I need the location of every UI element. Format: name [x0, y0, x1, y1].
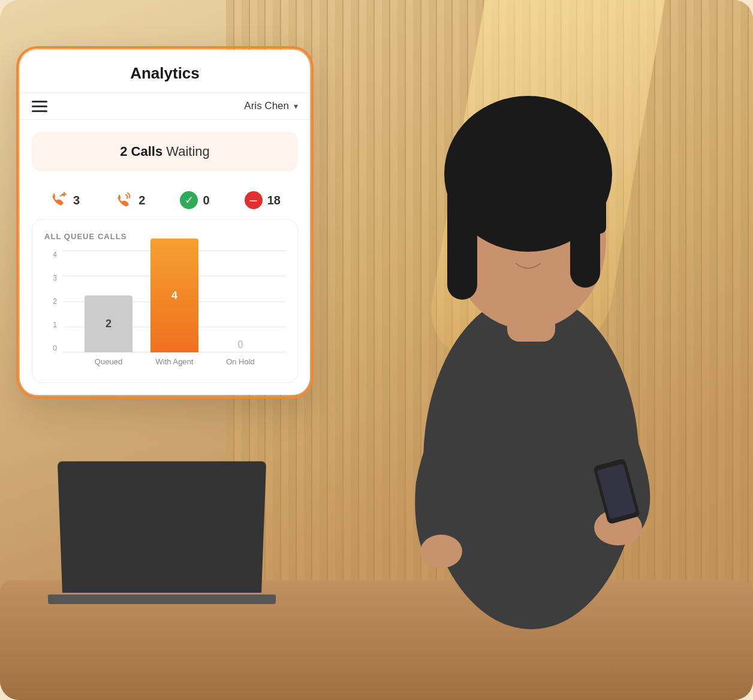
y-label-3: 3 [53, 274, 59, 282]
hamburger-menu-button[interactable] [32, 101, 47, 112]
laptop-screen [58, 461, 266, 593]
active-calls-count: 3 [73, 194, 80, 207]
phone-active-icon [49, 191, 68, 210]
stat-active-calls: 3 [49, 191, 80, 210]
y-label-2: 2 [53, 297, 59, 306]
bar-on-hold-group: 0 [213, 339, 267, 352]
x-label-with-agent: With Agent [147, 354, 201, 370]
bar-with-agent: 4 [150, 239, 198, 352]
stat-missed: – 18 [245, 191, 281, 209]
hamburger-line-1 [32, 101, 47, 102]
calls-waiting-banner: 2 Calls Waiting [32, 132, 298, 171]
calls-waiting-label: Waiting [162, 144, 210, 159]
stat-answered: ✓ 0 [180, 191, 209, 209]
bar-on-hold-zero-label: 0 [237, 339, 243, 351]
hamburger-line-2 [32, 105, 47, 107]
x-axis: Queued With Agent On Hold [64, 354, 285, 370]
laptop-base [48, 595, 276, 604]
card-header: Analytics [20, 50, 310, 93]
bar-with-agent-value: 4 [171, 289, 177, 302]
bars-container: 2 4 0 [64, 251, 285, 352]
bar-queued-group: 2 [82, 295, 135, 352]
bar-queued: 2 [85, 295, 132, 352]
checkmark-circle-icon: ✓ [180, 191, 198, 209]
stats-row: 3 2 ✓ 0 – 18 [20, 183, 310, 219]
user-selector[interactable]: Aris Chen ▾ [244, 100, 298, 112]
calls-count: 2 Calls [120, 144, 162, 159]
minus-circle-icon: – [245, 191, 263, 209]
ringing-count: 2 [138, 194, 145, 207]
user-name: Aris Chen [244, 100, 289, 112]
chart-section: ALL QUEUE CALLS 4 3 2 1 0 [32, 219, 298, 383]
stat-ringing: 2 [115, 191, 145, 210]
x-label-on-hold: On Hold [213, 354, 267, 370]
answered-count: 0 [203, 194, 209, 207]
chart-container: 4 3 2 1 0 [44, 251, 285, 370]
y-label-1: 1 [53, 321, 59, 329]
y-label-4: 4 [53, 251, 59, 259]
bar-queued-value: 2 [106, 318, 112, 330]
y-axis: 4 3 2 1 0 [44, 251, 59, 352]
chart-area: 2 4 0 [64, 251, 285, 352]
bar-with-agent-group: 4 [147, 239, 201, 352]
page-title: Analytics [32, 64, 298, 83]
person-figure [339, 30, 729, 700]
nav-bar: Aris Chen ▾ [20, 93, 310, 120]
hamburger-line-3 [32, 110, 47, 112]
svg-point-10 [420, 535, 462, 568]
chevron-down-icon: ▾ [294, 101, 298, 111]
calls-waiting-text: 2 Calls Waiting [46, 144, 284, 159]
missed-count: 18 [267, 194, 281, 207]
y-label-0: 0 [53, 344, 59, 352]
analytics-card: Analytics Aris Chen ▾ 2 Calls Waiting [18, 48, 312, 397]
svg-rect-6 [450, 186, 606, 234]
x-label-queued: Queued [82, 354, 135, 370]
phone-ringing-icon [115, 191, 134, 210]
